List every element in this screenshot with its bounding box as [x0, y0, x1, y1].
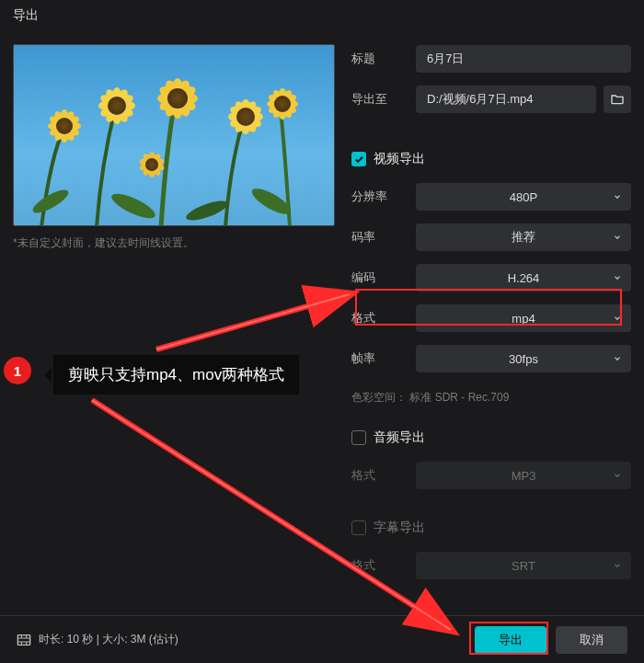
- resolution-select[interactable]: 480P: [416, 183, 631, 211]
- subtitle-format-select: SRT: [416, 552, 631, 579]
- label-codec: 编码: [351, 269, 416, 286]
- browse-folder-button[interactable]: [604, 86, 631, 113]
- label-fps: 帧率: [351, 350, 416, 367]
- label-exportto: 导出至: [351, 91, 416, 108]
- video-preview[interactable]: [13, 44, 335, 226]
- section-audio: 音频导出: [351, 429, 631, 446]
- preview-image: [14, 45, 335, 226]
- section-video: 视频导出: [351, 151, 631, 167]
- svg-point-25: [167, 88, 188, 109]
- label-audio-format: 格式: [351, 467, 416, 484]
- row-fps: 帧率 30fps: [351, 344, 631, 373]
- right-column: 标题 6月7日 导出至 D:/视频/6月7日.mp4: [351, 44, 631, 615]
- video-export-checkbox[interactable]: [351, 152, 366, 166]
- row-audio-format: 格式 MP3: [351, 461, 631, 490]
- label-resolution: 分辨率: [351, 189, 416, 205]
- annotation-number-1: 1: [4, 357, 31, 384]
- footer-meta: 时长: 10 秒 | 大小: 3M (估计): [17, 632, 466, 647]
- cancel-button[interactable]: 取消: [556, 626, 627, 654]
- left-column: *未自定义封面，建议去时间线设置。: [13, 44, 335, 615]
- label-bitrate: 码率: [351, 229, 416, 246]
- audio-export-checkbox[interactable]: [351, 430, 366, 445]
- chevron-down-icon: [613, 233, 622, 242]
- bitrate-select[interactable]: 推荐: [416, 223, 631, 251]
- window-title: 导出: [13, 7, 39, 24]
- row-codec: 编码 H.264: [351, 263, 631, 292]
- svg-point-45: [145, 158, 158, 171]
- folder-icon: [610, 92, 625, 107]
- dialog-footer: 时长: 10 秒 | 大小: 3M (估计) 导出 取消: [0, 615, 644, 663]
- svg-rect-46: [17, 634, 29, 645]
- cover-hint: *未自定义封面，建议去时间线设置。: [13, 235, 335, 251]
- colorspace-info: 色彩空间： 标准 SDR - Rec.709: [351, 390, 631, 406]
- label-subtitle-format: 格式: [351, 557, 416, 574]
- exportto-input[interactable]: D:/视频/6月7日.mp4: [416, 86, 596, 113]
- film-icon: [17, 634, 31, 646]
- audio-format-select: MP3: [416, 462, 631, 489]
- dialog-content: *未自定义封面，建议去时间线设置。 标题 6月7日 导出至 D:/视频/6月7日…: [0, 31, 644, 615]
- check-icon: [354, 154, 364, 165]
- row-resolution: 分辨率 480P: [351, 182, 631, 211]
- svg-point-39: [274, 96, 291, 112]
- annotation-text-1: 剪映只支持mp4、mov两种格式: [53, 355, 299, 394]
- chevron-down-icon: [613, 192, 622, 201]
- titlebar: 导出: [0, 0, 644, 31]
- fps-select[interactable]: 30fps: [416, 345, 631, 372]
- chevron-down-icon: [613, 273, 622, 282]
- export-dialog: 导出: [0, 0, 644, 663]
- chevron-down-icon: [613, 471, 622, 480]
- svg-point-32: [236, 108, 255, 126]
- label-title: 标题: [351, 51, 416, 67]
- section-subtitle: 字幕导出: [351, 520, 631, 536]
- row-format: 格式 mp4: [351, 303, 631, 333]
- row-title: 标题 6月7日: [351, 44, 631, 74]
- row-bitrate: 码率 推荐: [351, 223, 631, 252]
- chevron-down-icon: [613, 354, 622, 363]
- row-exportto: 导出至 D:/视频/6月7日.mp4: [351, 85, 631, 114]
- row-subtitle-format: 格式 SRT: [351, 551, 631, 580]
- title-input[interactable]: 6月7日: [416, 45, 631, 73]
- export-button[interactable]: 导出: [475, 626, 546, 654]
- chevron-down-icon: [613, 561, 622, 570]
- svg-point-18: [108, 97, 126, 115]
- chevron-down-icon: [613, 314, 622, 323]
- label-format: 格式: [351, 310, 416, 326]
- svg-point-11: [56, 118, 73, 134]
- format-select[interactable]: mp4: [416, 304, 631, 332]
- codec-select[interactable]: H.264: [416, 264, 631, 291]
- subtitle-export-checkbox: [351, 520, 366, 535]
